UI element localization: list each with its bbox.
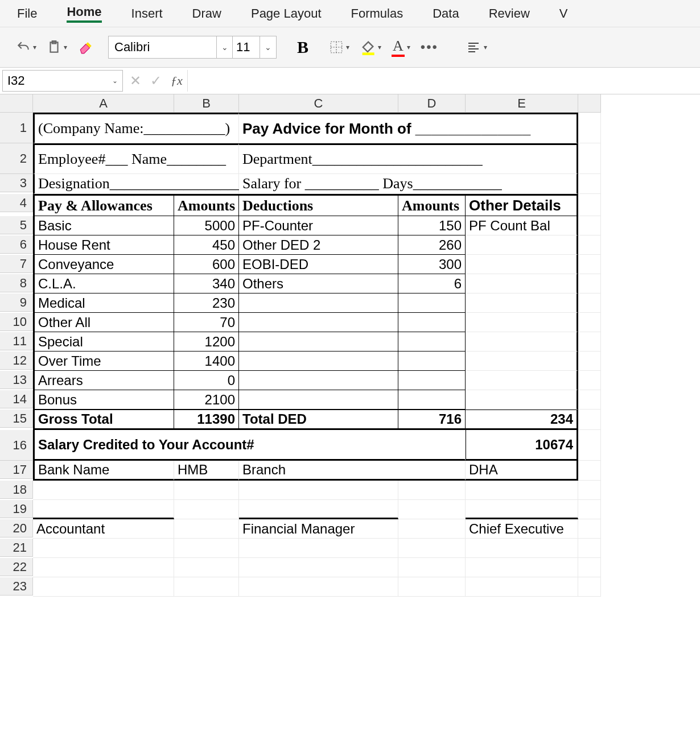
- cell[interactable]: Pay Advice for Month of ______________: [239, 113, 578, 143]
- row-header[interactable]: 15: [0, 410, 33, 428]
- cell[interactable]: [466, 500, 578, 519]
- name-box[interactable]: I32 ⌄: [2, 70, 123, 92]
- cell[interactable]: Other DED 2: [239, 235, 398, 255]
- cell[interactable]: [174, 558, 239, 577]
- cell[interactable]: 11390: [174, 410, 239, 430]
- cell[interactable]: House Rent: [33, 235, 174, 255]
- cell[interactable]: Others: [239, 274, 398, 293]
- cell[interactable]: PF-Counter: [239, 216, 398, 235]
- cell[interactable]: DHA: [466, 461, 578, 481]
- cell[interactable]: [466, 577, 578, 597]
- cell[interactable]: [466, 481, 578, 500]
- col-header-b[interactable]: B: [174, 94, 239, 113]
- cell[interactable]: [174, 500, 239, 519]
- cell[interactable]: [174, 519, 239, 539]
- cell[interactable]: [398, 558, 466, 577]
- cell[interactable]: [239, 313, 398, 332]
- cell[interactable]: 234: [466, 410, 578, 430]
- cell[interactable]: Pay & Allowances: [33, 194, 174, 216]
- cell[interactable]: EOBI-DED: [239, 255, 398, 274]
- col-header-a[interactable]: A: [33, 94, 174, 113]
- bold-button[interactable]: B: [297, 38, 308, 57]
- cell[interactable]: [398, 390, 466, 410]
- cell[interactable]: Salary for __________ Days____________: [239, 174, 578, 194]
- tab-view-cut[interactable]: V: [559, 6, 568, 21]
- cell[interactable]: Other Details: [466, 194, 578, 216]
- cell[interactable]: Conveyance: [33, 255, 174, 274]
- cell[interactable]: [239, 352, 398, 371]
- row-header[interactable]: 20: [0, 519, 33, 537]
- cell[interactable]: [466, 235, 578, 255]
- cell[interactable]: [466, 390, 578, 410]
- cell[interactable]: Branch: [239, 461, 466, 481]
- cell[interactable]: 340: [174, 274, 239, 293]
- row-header[interactable]: 6: [0, 235, 33, 254]
- paste-button[interactable]: ▾: [47, 40, 67, 55]
- cell[interactable]: Accountant: [33, 519, 174, 539]
- row-header[interactable]: 11: [0, 332, 33, 350]
- cell[interactable]: [578, 113, 601, 143]
- cell[interactable]: [33, 558, 174, 577]
- cell[interactable]: [174, 481, 239, 500]
- cell[interactable]: 300: [398, 255, 466, 274]
- cell[interactable]: Medical: [33, 293, 174, 313]
- cell[interactable]: [466, 274, 578, 293]
- tab-data[interactable]: Data: [433, 6, 459, 21]
- row-header[interactable]: 5: [0, 216, 33, 234]
- row-header[interactable]: 12: [0, 352, 33, 370]
- cell[interactable]: [239, 577, 398, 597]
- cell[interactable]: [578, 461, 601, 481]
- cell[interactable]: [398, 577, 466, 597]
- cell[interactable]: [239, 481, 398, 500]
- cell[interactable]: [578, 481, 601, 500]
- formula-bar[interactable]: [187, 70, 700, 92]
- row-header[interactable]: 23: [0, 577, 33, 596]
- tab-file[interactable]: File: [17, 6, 37, 21]
- cell[interactable]: [398, 500, 466, 519]
- font-color-button[interactable]: A ▾: [392, 38, 410, 57]
- cell[interactable]: [578, 430, 601, 461]
- cell[interactable]: 150: [398, 216, 466, 235]
- cell[interactable]: 6: [398, 274, 466, 293]
- cell[interactable]: [466, 352, 578, 371]
- cell[interactable]: C.L.A.: [33, 274, 174, 293]
- cell[interactable]: [398, 313, 466, 332]
- cell[interactable]: [398, 539, 466, 558]
- cell[interactable]: [578, 410, 601, 430]
- cell[interactable]: [578, 293, 601, 313]
- cell[interactable]: [466, 332, 578, 352]
- cell[interactable]: Bonus: [33, 390, 174, 410]
- row-header[interactable]: 18: [0, 481, 33, 499]
- font-name-select[interactable]: Calibri: [109, 36, 217, 58]
- tab-draw[interactable]: Draw: [192, 6, 221, 21]
- row-header[interactable]: 10: [0, 313, 33, 331]
- col-header-d[interactable]: D: [398, 94, 466, 113]
- chevron-down-icon[interactable]: ⌄: [260, 36, 276, 58]
- cell[interactable]: [239, 293, 398, 313]
- cell[interactable]: [578, 519, 601, 539]
- row-header[interactable]: 22: [0, 558, 33, 576]
- cell[interactable]: 1200: [174, 332, 239, 352]
- row-header[interactable]: 16: [0, 430, 33, 461]
- cell[interactable]: 260: [398, 235, 466, 255]
- row-header[interactable]: 13: [0, 371, 33, 389]
- tab-review[interactable]: Review: [489, 6, 530, 21]
- cell[interactable]: [578, 235, 601, 255]
- cell[interactable]: [398, 332, 466, 352]
- cell[interactable]: Amounts: [174, 194, 239, 216]
- fx-icon[interactable]: ƒx: [171, 73, 183, 88]
- tab-page-layout[interactable]: Page Layout: [251, 6, 322, 21]
- cell[interactable]: [398, 481, 466, 500]
- cell[interactable]: [578, 313, 601, 332]
- cell[interactable]: Chief Executive: [466, 519, 578, 539]
- col-header-e[interactable]: E: [466, 94, 578, 113]
- cell[interactable]: [466, 293, 578, 313]
- cell[interactable]: [33, 500, 174, 519]
- cell[interactable]: Employee#___ Name________: [33, 143, 239, 174]
- cell[interactable]: 10674: [466, 430, 578, 461]
- cell[interactable]: [578, 539, 601, 558]
- cell[interactable]: Amounts: [398, 194, 466, 216]
- row-header[interactable]: 1: [0, 113, 33, 143]
- cell[interactable]: [33, 481, 174, 500]
- cell[interactable]: [578, 194, 601, 216]
